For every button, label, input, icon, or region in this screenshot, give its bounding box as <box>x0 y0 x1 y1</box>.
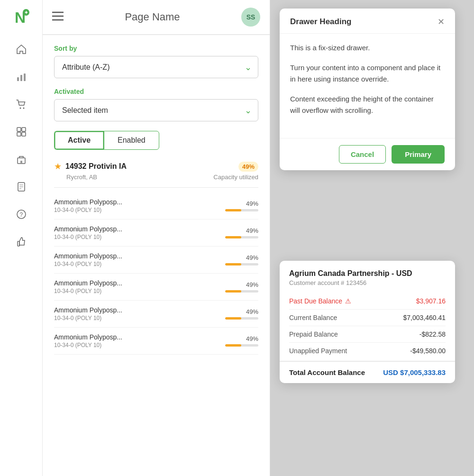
app-logo[interactable]: N ✦ <box>11 7 32 27</box>
list-item[interactable]: Ammonium Polyposp... 10-34-0 (POLY 10) 4… <box>54 247 258 274</box>
featured-location: Rycroft, AB <box>66 174 97 181</box>
enabled-toggle-button[interactable]: Enabled <box>104 131 159 150</box>
sort-by-select[interactable]: Attribute (A-Z) <box>54 56 258 78</box>
svg-rect-11 <box>17 132 21 136</box>
content-area: Sort by Attribute (A-Z) ⌄ Activated Sele… <box>43 35 270 476</box>
account-card-header: Agrium Canada Partnership - USD Customer… <box>280 261 455 288</box>
current-balance-row: Current Balance $7,003,460.41 <box>289 310 446 326</box>
account-card: Agrium Canada Partnership - USD Customer… <box>280 261 455 383</box>
product-code: 10-34-0 (POLY 10) <box>54 234 220 240</box>
product-right: 49% <box>220 281 258 293</box>
cancel-button[interactable]: Cancel <box>339 145 386 164</box>
featured-sub: Rycroft, AB Capacity utilized <box>54 174 258 181</box>
drawer-body: This is a fix-sized drawer. Turn your co… <box>280 34 455 138</box>
grid-icon[interactable] <box>13 123 30 140</box>
page-title: Page Name <box>125 11 180 23</box>
svg-rect-12 <box>22 132 26 136</box>
featured-item[interactable]: ★ 14932 Protivin IA 49% Rycroft, AB Capa… <box>54 161 258 188</box>
product-code: 10-34-0 (POLY 10) <box>54 315 220 321</box>
product-right: 49% <box>220 254 258 265</box>
drawer-text-1: This is a fix-sized drawer. <box>290 42 445 54</box>
past-due-value: $3,907.16 <box>416 297 446 305</box>
drawer-footer: Cancel Primary <box>280 138 455 170</box>
drawer-panel: Drawer Heading ✕ This is a fix-sized dra… <box>280 9 455 170</box>
primary-button[interactable]: Primary <box>392 145 445 164</box>
product-name: Ammonium Polyposp... <box>54 198 220 206</box>
cart-icon[interactable] <box>13 96 30 113</box>
progress-bar <box>225 290 258 293</box>
account-title: Agrium Canada Partnership - USD <box>289 269 446 278</box>
prepaid-balance-row: Prepaid Balance -$822.58 <box>289 326 446 343</box>
drawer-text-3: Content exceeding the height of the cont… <box>290 93 445 116</box>
product-info: Ammonium Polyposp... 10-34-0 (POLY 10) <box>54 306 220 321</box>
drawer-title: Drawer Heading <box>290 17 351 27</box>
document-icon[interactable] <box>13 178 30 195</box>
star-icon: ★ <box>54 161 62 172</box>
account-card-footer: Total Account Balance USD $7,005,333.83 <box>280 361 455 383</box>
product-pct: 49% <box>246 254 258 261</box>
status-toggle-group: Active Enabled <box>54 131 258 150</box>
thumb-icon[interactable] <box>13 233 30 250</box>
sort-by-dropdown[interactable]: Attribute (A-Z) ⌄ <box>54 56 258 78</box>
product-info: Ammonium Polyposp... 10-34-0 (POLY 10) <box>54 333 220 348</box>
svg-rect-21 <box>18 241 19 246</box>
avatar[interactable]: SS <box>241 8 260 27</box>
list-item[interactable]: Ammonium Polyposp... 10-34-0 (POLY 10) 4… <box>54 301 258 328</box>
featured-header: ★ 14932 Protivin IA 49% <box>54 161 258 172</box>
product-right: 49% <box>220 200 258 211</box>
list-item[interactable]: Ammonium Polyposp... 10-34-0 (POLY 10) 4… <box>54 274 258 301</box>
product-info: Ammonium Polyposp... 10-34-0 (POLY 10) <box>54 225 220 240</box>
past-due-row: Past Due Balance ⚠ $3,907.16 <box>289 293 446 310</box>
help-icon[interactable]: ? <box>13 206 30 223</box>
total-label: Total Account Balance <box>289 368 365 376</box>
close-icon[interactable]: ✕ <box>438 18 445 26</box>
product-pct: 49% <box>246 227 258 234</box>
product-info: Ammonium Polyposp... 10-34-0 (POLY 10) <box>54 198 220 213</box>
past-due-label: Past Due Balance ⚠ <box>289 297 351 305</box>
menu-icon[interactable] <box>52 11 64 23</box>
prepaid-balance-value: -$822.58 <box>419 330 446 338</box>
svg-rect-5 <box>20 75 22 81</box>
list-item[interactable]: Ammonium Polyposp... 10-34-0 (POLY 10) 4… <box>54 328 258 355</box>
chart-icon[interactable] <box>13 68 30 85</box>
sidebar: N ✦ <box>0 0 43 476</box>
main-panel: Page Name SS Sort by Attribute (A-Z) ⌄ A… <box>43 0 270 476</box>
product-list: Ammonium Polyposp... 10-34-0 (POLY 10) 4… <box>54 192 258 355</box>
list-item[interactable]: Ammonium Polyposp... 10-34-0 (POLY 10) 4… <box>54 220 258 247</box>
product-right: 49% <box>220 227 258 238</box>
product-code: 10-34-0 (POLY 10) <box>54 207 220 213</box>
product-name: Ammonium Polyposp... <box>54 252 220 260</box>
activated-select[interactable]: Selected item <box>54 99 258 121</box>
unapplied-payment-row: Unapplied Payment -$49,580.00 <box>289 343 446 359</box>
product-code: 10-34-0 (POLY 10) <box>54 288 220 294</box>
featured-title-row: ★ 14932 Protivin IA <box>54 161 127 172</box>
total-value: USD $7,005,333.83 <box>383 368 446 376</box>
product-pct: 49% <box>246 281 258 288</box>
activated-label: Activated <box>54 88 258 95</box>
svg-text:?: ? <box>19 211 23 218</box>
activated-dropdown[interactable]: Selected item ⌄ <box>54 99 258 121</box>
progress-bar <box>225 236 258 238</box>
svg-rect-14 <box>20 161 22 164</box>
page-header: Page Name SS <box>43 0 270 35</box>
unapplied-payment-label: Unapplied Payment <box>289 347 347 355</box>
building-icon[interactable] <box>13 151 30 168</box>
product-name: Ammonium Polyposp... <box>54 333 220 341</box>
account-card-body: Past Due Balance ⚠ $3,907.16 Current Bal… <box>280 288 455 361</box>
product-code: 10-34-0 (POLY 10) <box>54 261 220 267</box>
account-subtitle: Customer account # 123456 <box>289 279 446 286</box>
svg-point-7 <box>19 108 21 109</box>
capacity-badge: 49% <box>238 162 258 172</box>
featured-capacity-label: Capacity utilized <box>213 174 258 181</box>
list-item[interactable]: Ammonium Polyposp... 10-34-0 (POLY 10) 4… <box>54 192 258 220</box>
product-code: 10-34-0 (POLY 10) <box>54 342 220 348</box>
product-pct: 49% <box>246 200 258 207</box>
progress-bar <box>225 263 258 265</box>
prepaid-balance-label: Prepaid Balance <box>289 330 338 338</box>
progress-bar <box>225 344 258 347</box>
current-balance-label: Current Balance <box>289 314 337 321</box>
svg-rect-9 <box>17 128 21 131</box>
home-icon[interactable] <box>13 41 30 58</box>
svg-rect-10 <box>22 128 26 131</box>
active-toggle-button[interactable]: Active <box>54 131 104 150</box>
